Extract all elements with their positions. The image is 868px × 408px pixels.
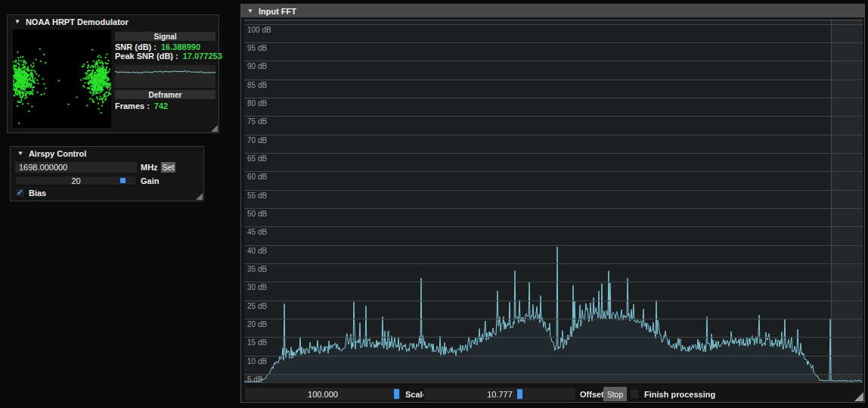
- fft-gridline: [244, 98, 863, 98]
- fft-tick-label: 5 dB: [247, 375, 263, 383]
- fft-plot: 100 dB95 dB90 dB85 dB80 dB75 dB70 dB65 d…: [244, 20, 863, 383]
- snr-value: 16.388990: [161, 42, 200, 51]
- fft-gridline: [244, 374, 863, 375]
- noaa-window-title: NOAA HRPT Demodulator: [26, 17, 129, 26]
- bias-checkbox[interactable]: ✓: [15, 188, 25, 198]
- peak-snr-label: Peak SNR (dB) :: [115, 51, 178, 61]
- fft-gridline: [244, 135, 863, 135]
- fft-tick-label: 25 dB: [247, 302, 267, 310]
- scale-slider[interactable]: 100.000: [244, 387, 401, 401]
- gain-label: Gain: [141, 176, 159, 185]
- offset-label: Offset: [580, 387, 604, 401]
- bias-label: Bias: [29, 188, 46, 198]
- checkmark-icon: ✓: [17, 188, 23, 198]
- offset-slider-grab[interactable]: [517, 389, 522, 399]
- stop-button[interactable]: Stop: [603, 387, 627, 401]
- snr-label: SNR (dB) :: [115, 42, 157, 51]
- airspy-window-title: Airspy Control: [29, 149, 86, 158]
- constellation-diagram: [13, 30, 111, 128]
- set-button[interactable]: Set: [161, 162, 175, 173]
- fft-gridline: [244, 42, 863, 43]
- fft-tick-label: 65 dB: [247, 154, 267, 163]
- fft-tick-label: 80 dB: [247, 99, 267, 107]
- fft-tick-label: 50 dB: [247, 210, 267, 218]
- collapse-arrow-icon[interactable]: ▼: [14, 19, 20, 25]
- offset-slider-value: 10.777: [487, 390, 513, 399]
- snr-row: SNR (dB) : 16.388990: [115, 42, 200, 51]
- fft-gridline: [244, 245, 863, 246]
- fft-gridline: [244, 263, 863, 264]
- fft-gridline: [244, 190, 863, 191]
- collapse-arrow-icon[interactable]: ▼: [247, 8, 253, 14]
- gain-slider-grab[interactable]: [120, 178, 126, 183]
- fft-tick-label: 40 dB: [247, 247, 267, 255]
- finish-processing-checkbox[interactable]: [630, 389, 640, 399]
- fft-gridline: [244, 24, 863, 25]
- fft-tick-label: 45 dB: [247, 228, 267, 236]
- resize-grip-icon[interactable]: [854, 392, 863, 401]
- fft-tick-label: 15 dB: [247, 338, 267, 347]
- frames-label: Frames :: [115, 101, 150, 111]
- airspy-window-header[interactable]: ▼ Airspy Control: [11, 147, 203, 160]
- deframer-section-label: Deframer: [149, 91, 182, 99]
- fft-tick-label: 30 dB: [247, 283, 267, 291]
- noaa-window-header[interactable]: ▼ NOAA HRPT Demodulator: [8, 15, 219, 29]
- fft-gridline: [244, 171, 863, 172]
- fft-tick-label: 100 dB: [247, 26, 271, 34]
- fft-window-header[interactable]: ▼ Input FFT: [241, 5, 864, 17]
- fft-gridline: [244, 319, 863, 319]
- finish-processing-label: Finish processing: [644, 387, 715, 401]
- gain-slider-value: 20: [71, 176, 80, 185]
- fft-tick-label: 90 dB: [247, 62, 267, 70]
- collapse-arrow-icon[interactable]: ▼: [17, 151, 23, 157]
- resize-grip-icon[interactable]: [211, 125, 218, 132]
- input-fft-window: ▼ Input FFT 100 dB95 dB90 dB85 dB80 dB75…: [240, 4, 865, 403]
- mhz-label: MHz: [141, 162, 158, 173]
- scale-slider-grab[interactable]: [394, 389, 399, 399]
- fft-gridline: [244, 79, 863, 80]
- fft-gridline: [244, 301, 863, 301]
- scale-slider-value: 100.000: [308, 390, 338, 399]
- signal-section-header[interactable]: Signal: [115, 32, 215, 41]
- airspy-control-window: ▼ Airspy Control MHz Set 20 Gain ✓ Bias: [10, 146, 204, 201]
- fft-gridline: [244, 153, 863, 154]
- fft-gridline: [244, 356, 863, 357]
- peak-snr-row: Peak SNR (dB) : 17.077253: [115, 51, 222, 61]
- snr-history-meter: [115, 65, 215, 88]
- signal-section-label: Signal: [153, 33, 176, 41]
- gain-slider[interactable]: 20: [15, 176, 137, 185]
- fft-gridline: [244, 61, 863, 61]
- resize-grip-icon[interactable]: [196, 193, 203, 200]
- fft-gridline: [244, 208, 863, 209]
- deframer-section-header[interactable]: Deframer: [115, 90, 215, 99]
- fft-tick-label: 55 dB: [247, 192, 267, 200]
- app-screen: ▼ NOAA HRPT Demodulator Signal SNR (dB) …: [0, 0, 868, 408]
- fft-tick-label: 60 dB: [247, 173, 267, 181]
- fft-gridline: [244, 282, 863, 282]
- fft-gridline: [244, 116, 863, 117]
- frames-row: Frames : 742: [115, 101, 168, 111]
- noaa-hrpt-demodulator-window: ▼ NOAA HRPT Demodulator Signal SNR (dB) …: [7, 14, 219, 133]
- fft-tick-label: 75 dB: [247, 117, 267, 126]
- offset-slider[interactable]: 10.777: [423, 387, 576, 401]
- peak-snr-value: 17.077253: [183, 51, 222, 61]
- fft-tick-label: 10 dB: [247, 357, 267, 366]
- frames-value: 742: [154, 101, 168, 111]
- fft-tick-label: 85 dB: [247, 81, 267, 89]
- frequency-input[interactable]: [15, 162, 137, 173]
- fft-tick-label: 95 dB: [247, 44, 267, 52]
- fft-spectrum-trace: [244, 20, 863, 382]
- fft-tick-label: 70 dB: [247, 136, 267, 145]
- fft-gridline: [244, 337, 863, 338]
- fft-gridline: [244, 226, 863, 227]
- fft-tick-label: 35 dB: [247, 265, 267, 273]
- fft-window-title: Input FFT: [259, 7, 296, 16]
- fft-tick-label: 20 dB: [247, 320, 267, 329]
